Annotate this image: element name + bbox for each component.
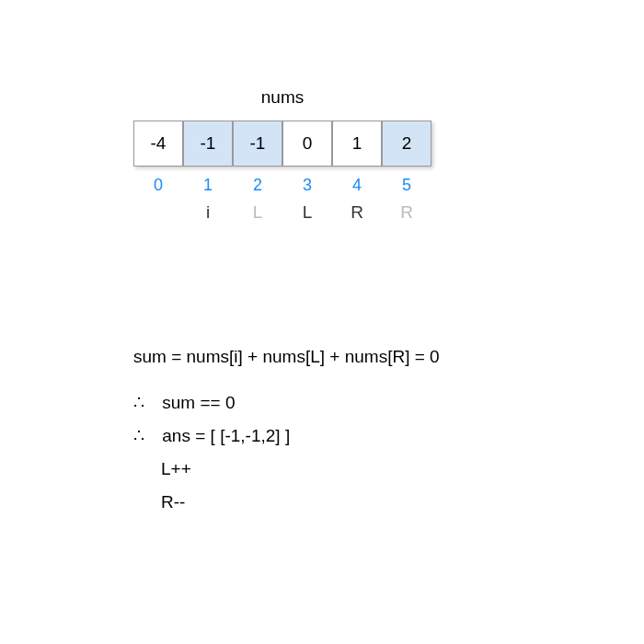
condition-line: ∴ sum == 0 [133, 386, 440, 420]
array-diagram: nums -4-1-1012 012345 iLLRR [133, 87, 431, 223]
index-label-1: 1 [183, 176, 233, 195]
therefore-symbol: ∴ [133, 386, 157, 420]
array-title: nums [133, 87, 431, 108]
increment-line: L++ [133, 453, 440, 486]
array-cells: -4-1-1012 [133, 121, 431, 167]
pointer-label-5: R [382, 202, 431, 223]
index-label-0: 0 [133, 176, 183, 195]
therefore-symbol: ∴ [133, 420, 157, 453]
answer-text: ans = [ [-1,-1,2] ] [162, 426, 290, 445]
array-cell-4: 1 [332, 121, 382, 167]
pointer-row: iLLRR [133, 202, 431, 223]
sum-expression: sum = nums[i] + nums[L] + nums[R] = 0 [133, 340, 440, 374]
array-cell-0: -4 [133, 121, 183, 167]
index-label-5: 5 [382, 176, 431, 195]
pointer-label-2: L [233, 202, 282, 223]
index-row: 012345 [133, 176, 431, 195]
index-label-4: 4 [332, 176, 382, 195]
array-cell-5: 2 [382, 121, 431, 167]
pointer-label-0 [133, 202, 183, 223]
decrement-line: R-- [133, 486, 440, 519]
answer-line: ∴ ans = [ [-1,-1,2] ] [133, 420, 440, 453]
array-cell-3: 0 [282, 121, 332, 167]
pointer-label-1: i [183, 202, 233, 223]
index-label-2: 2 [233, 176, 282, 195]
pointer-label-3: L [282, 202, 332, 223]
index-label-3: 3 [282, 176, 332, 195]
explanation-block: sum = nums[i] + nums[L] + nums[R] = 0 ∴ … [133, 340, 440, 519]
array-cell-1: -1 [183, 121, 233, 167]
array-cell-2: -1 [233, 121, 282, 167]
condition-text: sum == 0 [162, 393, 235, 412]
pointer-label-4: R [332, 202, 382, 223]
